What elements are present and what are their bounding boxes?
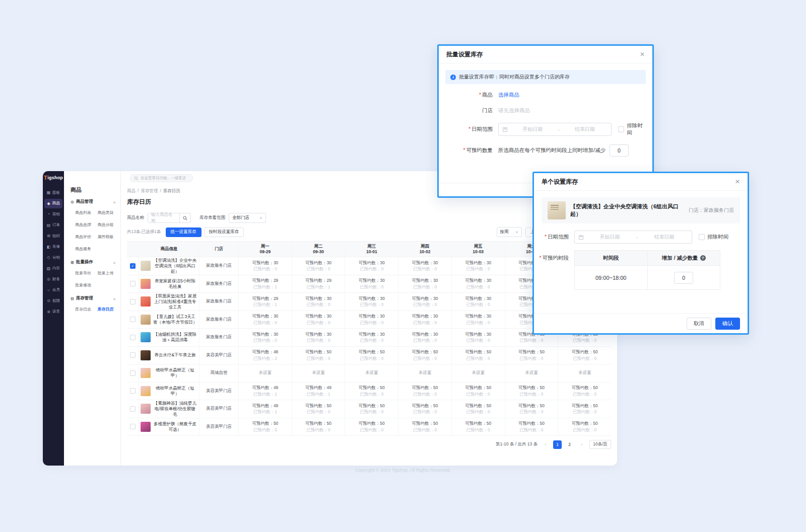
day-cell: 未设置 xyxy=(398,364,452,382)
question-icon[interactable]: ? xyxy=(700,255,706,261)
close-icon[interactable]: ✕ xyxy=(735,179,740,185)
store-cell: 美容美甲门店 xyxy=(199,400,239,418)
day-cell: 可预约数：50已预约数：0 xyxy=(505,418,559,436)
row-checkbox[interactable]: ✓ xyxy=(130,263,136,269)
submenu-group-header[interactable]: ⊙商品管理∧ xyxy=(71,199,115,205)
period-select[interactable]: 按周 ▼ xyxy=(497,227,522,237)
sidebar-item-marketing[interactable]: ◔营销 xyxy=(44,209,62,219)
sidebar-item-permission[interactable]: ⊙权限 xyxy=(44,296,62,306)
row-checkbox[interactable] xyxy=(130,370,136,376)
submenu-item[interactable]: 商品服务 xyxy=(71,243,93,255)
submenu-group-header[interactable]: ⊟库存管理∧ xyxy=(71,295,115,301)
app-logo: Tigshop xyxy=(44,175,63,181)
unified-set-stock-button[interactable]: 统一设置库存 xyxy=(166,227,202,237)
confirm-button[interactable]: 确认 xyxy=(715,318,740,330)
submenu-item[interactable]: 批量导出 xyxy=(71,267,93,279)
product-summary: 【空调清洗】企业中央空调清洗（6组出风口起） 门店：家政服务门店 xyxy=(542,197,740,223)
sidebar-item-label: 设置 xyxy=(52,309,60,314)
sidebar-item-content[interactable]: ▧内容 xyxy=(44,264,62,273)
row-checkbox-cell xyxy=(127,293,139,311)
batch-qty-input[interactable]: 0 xyxy=(610,144,629,157)
date-range-input[interactable]: 开始日期 - 结束日期 xyxy=(498,123,612,136)
row-checkbox-cell xyxy=(127,347,139,364)
qty-description: 所选商品在每个可预约时间段上同时增加/减少 xyxy=(498,147,606,154)
submenu-item[interactable]: 库存日志 xyxy=(71,303,93,315)
available-count: 可预约数：29 xyxy=(305,277,331,283)
day-cell: 可预约数：30已预约数：0 xyxy=(292,257,346,275)
submenu-item[interactable]: 商品类目 xyxy=(93,206,116,218)
row-checkbox-cell xyxy=(127,329,139,346)
row-checkbox[interactable] xyxy=(130,388,136,394)
row-checkbox[interactable] xyxy=(130,424,136,429)
submenu-item[interactable]: 商品分组 xyxy=(93,218,116,231)
submenu-item[interactable]: 商品评价 xyxy=(71,231,93,243)
sidebar-item-dashboard[interactable]: ▦面板 xyxy=(44,188,62,197)
slot-table: 时间段 增加 / 减少数量 ? 09:00~18:00 0 xyxy=(574,250,720,290)
sidebar-item-label: 财务 xyxy=(52,277,60,282)
available-count: 可预约数：30 xyxy=(465,295,491,301)
available-count: 可预约数：50 xyxy=(412,349,438,355)
breadcrumb-item[interactable]: 商品 xyxy=(127,188,136,194)
scope-select[interactable]: 全部门店 ▼ xyxy=(229,213,266,223)
page-number[interactable]: 2 xyxy=(565,440,574,449)
row-checkbox[interactable] xyxy=(130,299,136,305)
day-cell: 可预约数：30已预约数：0 xyxy=(345,311,398,329)
sidebar-item-distribution[interactable]: ◇分销 xyxy=(44,253,62,262)
product-name: 【育儿嫂】试工3天工资（本地/不含节假日） xyxy=(153,314,197,325)
sidebar-item-order[interactable]: ▤订单 xyxy=(44,220,62,230)
exclude-time-checkbox[interactable] xyxy=(618,126,624,132)
row-checkbox[interactable] xyxy=(130,352,136,358)
product-thumbnail xyxy=(141,350,151,360)
sidebar-item-organization[interactable]: ⊞组织 xyxy=(44,231,62,241)
submenu-group-header[interactable]: ⊞批量操作∧ xyxy=(71,259,115,265)
exclude-time-checkbox[interactable] xyxy=(699,234,705,240)
page-size-select[interactable]: 10条/页 xyxy=(589,440,611,449)
sidebar-item-decoration[interactable]: ◧装修 xyxy=(44,242,62,252)
page-number[interactable]: 1 xyxy=(553,440,562,449)
day-cell: 可预约数：30已预约数：0 xyxy=(452,311,505,329)
submenu-item[interactable]: 库存日历 xyxy=(93,303,116,315)
row-checkbox[interactable] xyxy=(130,406,136,412)
breadcrumb-item[interactable]: 库存管理 xyxy=(141,188,158,194)
row-checkbox[interactable] xyxy=(130,317,136,322)
sidebar-item-settings[interactable]: ⊛设置 xyxy=(44,307,62,317)
submenu-groups: ⊙商品管理∧商品列表商品类目商品品牌商品分组商品评价属性模板商品服务⊞批量操作∧… xyxy=(71,199,115,315)
submenu-item[interactable]: 商品列表 xyxy=(71,206,93,218)
available-count: 可预约数：30 xyxy=(412,331,438,337)
booked-count: 已预约数：0 xyxy=(466,427,490,433)
next-page-icon[interactable]: › xyxy=(577,440,586,449)
slot-qty-input[interactable]: 0 xyxy=(674,272,693,284)
sidebar-item-member[interactable]: ○会员 xyxy=(44,285,62,295)
day-cell: 可预约数：50已预约数：0 xyxy=(345,400,398,418)
primary-sidebar: Tigshop ▦面板◈商品◔营销▤订单⊞组织◧装修◇分销▧内容◎财务○会员⊙权… xyxy=(43,171,64,466)
day-cell: 可预约数：50已预约数：0 xyxy=(558,383,611,400)
product-name: 养宠家庭保洁5小时除毛祛臭 xyxy=(153,278,197,289)
submenu-item[interactable]: 批量修改 xyxy=(71,279,93,291)
logo-mark-icon: T xyxy=(44,175,47,181)
unset-label: 未设置 xyxy=(365,370,378,376)
global-search-input[interactable]: 在这里查找功能，一键直达 xyxy=(130,174,193,182)
cancel-button[interactable]: 取消 xyxy=(687,318,711,330)
row-checkbox[interactable] xyxy=(130,281,136,286)
group-icon: ⊙ xyxy=(71,200,74,204)
row-checkbox[interactable] xyxy=(130,335,136,340)
sidebar-item-finance[interactable]: ◎财务 xyxy=(44,274,62,284)
submenu-item[interactable]: 属性模板 xyxy=(93,231,116,243)
available-count: 可预约数：50 xyxy=(305,349,331,355)
day-cell: 可预约数：29已预约数：1 xyxy=(239,293,292,311)
slot-time-header: 时间段 xyxy=(575,251,647,266)
date-range-label: *日期范围 xyxy=(439,126,498,133)
search-button[interactable] xyxy=(180,213,191,223)
submenu-item[interactable]: 批量上传 xyxy=(93,267,116,279)
date-range-input[interactable]: 开始日期 - 结束日期 xyxy=(574,231,692,244)
by-slot-set-stock-button[interactable]: 按时段设置库存 xyxy=(204,227,244,237)
select-product-link[interactable]: 选择商品 xyxy=(498,92,519,99)
available-count: 可预约数：30 xyxy=(252,260,278,266)
booked-count: 已预约数：0 xyxy=(360,266,383,272)
close-icon[interactable]: ✕ xyxy=(640,51,645,57)
store-cell: 家政服务门店 xyxy=(199,329,239,346)
prev-page-icon[interactable]: ‹ xyxy=(541,440,550,449)
sidebar-item-product[interactable]: ◈商品 xyxy=(44,199,62,208)
product-name-input[interactable]: 输入商品名称 xyxy=(148,213,180,223)
submenu-item[interactable]: 商品品牌 xyxy=(71,218,93,231)
